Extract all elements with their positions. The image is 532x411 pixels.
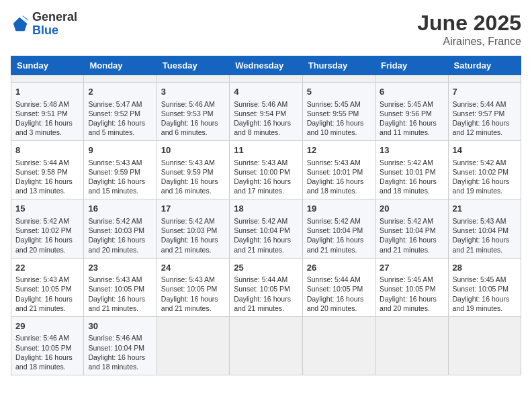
day-info: and 20 minutes.	[15, 245, 79, 255]
day-info: and 21 minutes.	[234, 245, 298, 255]
day-info: Sunset: 10:05 PM	[161, 284, 225, 293]
day-number: 8	[15, 144, 79, 156]
day-info: Sunset: 9:57 PM	[453, 109, 517, 118]
day-info: Sunset: 10:05 PM	[453, 284, 517, 293]
calendar-week-row: 15Sunrise: 5:42 AMSunset: 10:02 PMDaylig…	[11, 199, 521, 258]
day-info: Sunset: 10:02 PM	[15, 226, 79, 235]
day-info: Daylight: 16 hours	[380, 294, 443, 304]
day-info: Sunrise: 5:43 AM	[234, 158, 298, 167]
day-info: Sunrise: 5:42 AM	[453, 158, 517, 167]
day-number: 29	[15, 320, 79, 332]
title-block: June 2025 Airaines, France	[417, 11, 521, 48]
day-info: and 18 minutes.	[88, 362, 152, 371]
day-number: 14	[453, 144, 517, 156]
day-info: Sunset: 10:05 PM	[15, 343, 79, 353]
day-info: Sunrise: 5:43 AM	[88, 158, 152, 167]
day-info: Sunrise: 5:45 AM	[380, 275, 443, 284]
calendar-cell	[302, 316, 375, 375]
day-info: Sunrise: 5:42 AM	[380, 216, 443, 226]
day-info: and 15 minutes.	[88, 186, 152, 195]
day-info: Sunset: 10:03 PM	[88, 226, 152, 235]
day-info: Sunset: 9:56 PM	[380, 109, 443, 118]
day-info: Sunset: 10:02 PM	[453, 167, 517, 177]
calendar-cell: 23Sunrise: 5:43 AMSunset: 10:05 PMDaylig…	[84, 258, 157, 316]
day-number: 25	[234, 262, 298, 274]
calendar-cell	[157, 316, 229, 375]
day-info: and 6 minutes.	[161, 128, 225, 137]
day-info: and 8 minutes.	[234, 128, 298, 137]
day-info: Sunrise: 5:44 AM	[234, 275, 298, 284]
day-number: 20	[380, 203, 443, 215]
calendar-cell	[448, 75, 521, 83]
day-info: Daylight: 16 hours	[234, 118, 298, 128]
day-info: Sunset: 10:05 PM	[15, 284, 79, 293]
day-info: Sunset: 10:05 PM	[234, 284, 298, 293]
calendar-cell	[230, 316, 302, 375]
day-number: 2	[88, 86, 152, 98]
calendar-cell	[302, 75, 375, 83]
day-info: Daylight: 16 hours	[453, 177, 517, 186]
day-info: and 12 minutes.	[453, 128, 517, 137]
day-info: Sunset: 9:54 PM	[234, 109, 298, 118]
calendar-cell: 16Sunrise: 5:42 AMSunset: 10:03 PMDaylig…	[84, 199, 157, 258]
calendar-subtitle: Airaines, France	[417, 36, 521, 48]
day-info: Sunrise: 5:46 AM	[88, 333, 152, 342]
day-info: Sunrise: 5:43 AM	[453, 216, 517, 226]
day-info: Sunset: 10:05 PM	[380, 284, 443, 293]
day-number: 5	[307, 86, 371, 98]
calendar-cell	[375, 316, 448, 375]
day-info: Sunset: 9:55 PM	[307, 109, 371, 118]
day-number: 13	[380, 144, 443, 156]
calendar-cell: 2Sunrise: 5:47 AMSunset: 9:52 PMDaylight…	[84, 83, 157, 141]
day-number: 27	[380, 262, 443, 274]
weekday-header: Saturday	[448, 56, 521, 75]
day-info: and 17 minutes.	[234, 186, 298, 195]
calendar-cell: 14Sunrise: 5:42 AMSunset: 10:02 PMDaylig…	[448, 141, 521, 199]
day-number: 17	[161, 203, 225, 215]
day-number: 10	[161, 144, 225, 156]
day-info: Sunrise: 5:42 AM	[234, 216, 298, 226]
day-info: and 20 minutes.	[307, 304, 371, 313]
calendar-cell: 15Sunrise: 5:42 AMSunset: 10:02 PMDaylig…	[11, 199, 84, 258]
calendar-cell: 1Sunrise: 5:48 AMSunset: 9:51 PMDaylight…	[11, 83, 84, 141]
day-info: Daylight: 16 hours	[380, 118, 443, 128]
day-info: Sunrise: 5:45 AM	[380, 99, 443, 109]
day-info: and 21 minutes.	[161, 304, 225, 313]
day-info: Daylight: 16 hours	[88, 177, 152, 186]
calendar-cell: 25Sunrise: 5:44 AMSunset: 10:05 PMDaylig…	[230, 258, 302, 316]
day-info: Daylight: 16 hours	[453, 235, 517, 244]
day-info: Daylight: 16 hours	[307, 118, 371, 128]
day-number: 21	[453, 203, 517, 215]
day-number: 30	[88, 320, 152, 332]
day-info: Sunrise: 5:43 AM	[161, 275, 225, 284]
day-info: Sunset: 10:04 PM	[380, 226, 443, 235]
day-info: Sunrise: 5:42 AM	[380, 158, 443, 167]
calendar-cell: 5Sunrise: 5:45 AMSunset: 9:55 PMDaylight…	[302, 83, 375, 141]
day-info: and 16 minutes.	[161, 186, 225, 195]
day-info: Sunrise: 5:44 AM	[15, 158, 79, 167]
day-info: Sunrise: 5:43 AM	[161, 158, 225, 167]
calendar-cell: 4Sunrise: 5:46 AMSunset: 9:54 PMDaylight…	[230, 83, 302, 141]
day-number: 6	[380, 86, 443, 98]
day-info: Sunset: 9:53 PM	[161, 109, 225, 118]
day-info: Sunset: 10:05 PM	[307, 284, 371, 293]
day-info: Sunset: 10:01 PM	[307, 167, 371, 177]
day-info: Sunrise: 5:42 AM	[15, 216, 79, 226]
day-number: 23	[88, 262, 152, 274]
weekday-header: Thursday	[302, 56, 375, 75]
day-info: and 20 minutes.	[88, 245, 152, 255]
day-info: Daylight: 16 hours	[15, 118, 79, 128]
day-info: and 13 minutes.	[15, 186, 79, 195]
day-info: Daylight: 16 hours	[88, 118, 152, 128]
logo: General Blue	[11, 11, 77, 38]
day-info: and 20 minutes.	[380, 304, 443, 313]
calendar-cell: 30Sunrise: 5:46 AMSunset: 10:04 PMDaylig…	[84, 316, 157, 375]
calendar-week-row: 8Sunrise: 5:44 AMSunset: 9:58 PMDaylight…	[11, 141, 521, 199]
day-info: Sunrise: 5:45 AM	[307, 99, 371, 109]
calendar-cell	[84, 75, 157, 83]
day-number: 12	[307, 144, 371, 156]
calendar-table: SundayMondayTuesdayWednesdayThursdayFrid…	[11, 56, 521, 375]
calendar-cell: 29Sunrise: 5:46 AMSunset: 10:05 PMDaylig…	[11, 316, 84, 375]
day-info: Sunrise: 5:46 AM	[234, 99, 298, 109]
calendar-cell: 9Sunrise: 5:43 AMSunset: 9:59 PMDaylight…	[84, 141, 157, 199]
